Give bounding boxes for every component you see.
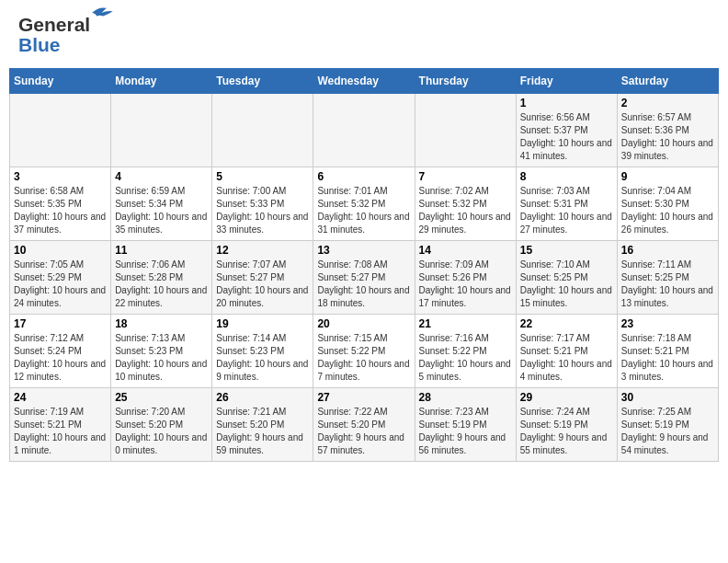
calendar-cell: 25Sunrise: 7:20 AM Sunset: 5:20 PM Dayli…	[111, 388, 212, 462]
calendar-cell	[212, 94, 313, 167]
calendar-cell: 27Sunrise: 7:22 AM Sunset: 5:20 PM Dayli…	[313, 388, 415, 462]
calendar-cell: 1Sunrise: 6:56 AM Sunset: 5:37 PM Daylig…	[516, 94, 617, 167]
logo-general-text: General	[18, 14, 90, 36]
day-info: Sunrise: 7:25 AM Sunset: 5:19 PM Dayligh…	[621, 406, 714, 457]
day-number: 2	[621, 97, 714, 109]
day-info: Sunrise: 7:01 AM Sunset: 5:32 PM Dayligh…	[317, 185, 410, 236]
calendar-cell: 22Sunrise: 7:17 AM Sunset: 5:21 PM Dayli…	[516, 315, 617, 388]
calendar-cell: 29Sunrise: 7:24 AM Sunset: 5:19 PM Dayli…	[516, 388, 617, 462]
day-number: 5	[216, 170, 309, 183]
calendar-cell: 10Sunrise: 7:05 AM Sunset: 5:29 PM Dayli…	[10, 241, 111, 315]
day-info: Sunrise: 6:58 AM Sunset: 5:35 PM Dayligh…	[14, 185, 107, 236]
day-number: 22	[520, 317, 613, 330]
day-number: 24	[14, 391, 107, 404]
day-number: 8	[520, 170, 613, 183]
day-number: 12	[216, 244, 309, 257]
day-info: Sunrise: 7:06 AM Sunset: 5:28 PM Dayligh…	[115, 259, 208, 310]
calendar-cell	[10, 94, 111, 167]
calendar-cell: 11Sunrise: 7:06 AM Sunset: 5:28 PM Dayli…	[111, 241, 212, 315]
day-info: Sunrise: 7:18 AM Sunset: 5:21 PM Dayligh…	[621, 332, 714, 384]
calendar-cell: 20Sunrise: 7:15 AM Sunset: 5:22 PM Dayli…	[313, 315, 415, 388]
day-info: Sunrise: 7:11 AM Sunset: 5:25 PM Dayligh…	[621, 259, 714, 310]
day-header-monday: Monday	[111, 69, 212, 94]
calendar-week-4: 17Sunrise: 7:12 AM Sunset: 5:24 PM Dayli…	[10, 315, 719, 388]
calendar-cell: 6Sunrise: 7:01 AM Sunset: 5:32 PM Daylig…	[313, 167, 415, 241]
day-info: Sunrise: 7:00 AM Sunset: 5:33 PM Dayligh…	[216, 185, 309, 236]
day-info: Sunrise: 7:08 AM Sunset: 5:27 PM Dayligh…	[317, 259, 410, 310]
day-info: Sunrise: 7:19 AM Sunset: 5:21 PM Dayligh…	[14, 406, 107, 457]
day-info: Sunrise: 7:02 AM Sunset: 5:32 PM Dayligh…	[419, 185, 512, 236]
day-info: Sunrise: 7:13 AM Sunset: 5:23 PM Dayligh…	[115, 332, 208, 384]
calendar-week-1: 1Sunrise: 6:56 AM Sunset: 5:37 PM Daylig…	[10, 94, 719, 167]
calendar-cell: 9Sunrise: 7:04 AM Sunset: 5:30 PM Daylig…	[617, 167, 718, 241]
calendar-cell	[111, 94, 212, 167]
calendar-week-5: 24Sunrise: 7:19 AM Sunset: 5:21 PM Dayli…	[10, 388, 719, 462]
calendar-cell: 19Sunrise: 7:14 AM Sunset: 5:23 PM Dayli…	[212, 315, 313, 388]
day-number: 19	[216, 317, 309, 330]
day-info: Sunrise: 7:14 AM Sunset: 5:23 PM Dayligh…	[216, 332, 309, 384]
calendar-cell: 16Sunrise: 7:11 AM Sunset: 5:25 PM Dayli…	[617, 241, 718, 315]
day-header-saturday: Saturday	[617, 69, 718, 94]
day-number: 14	[419, 244, 512, 257]
day-info: Sunrise: 7:04 AM Sunset: 5:30 PM Dayligh…	[621, 185, 714, 236]
day-number: 28	[419, 391, 512, 404]
day-info: Sunrise: 7:23 AM Sunset: 5:19 PM Dayligh…	[419, 406, 512, 457]
calendar-cell: 7Sunrise: 7:02 AM Sunset: 5:32 PM Daylig…	[415, 167, 516, 241]
day-number: 17	[14, 317, 107, 330]
calendar-cell: 18Sunrise: 7:13 AM Sunset: 5:23 PM Dayli…	[111, 315, 212, 388]
day-info: Sunrise: 6:57 AM Sunset: 5:36 PM Dayligh…	[621, 111, 714, 163]
calendar-table: SundayMondayTuesdayWednesdayThursdayFrid…	[9, 68, 719, 462]
day-number: 9	[621, 170, 714, 183]
day-info: Sunrise: 7:07 AM Sunset: 5:27 PM Dayligh…	[216, 259, 309, 310]
day-info: Sunrise: 6:59 AM Sunset: 5:34 PM Dayligh…	[115, 185, 208, 236]
logo-blue-text: Blue	[18, 34, 61, 56]
calendar-cell: 28Sunrise: 7:23 AM Sunset: 5:19 PM Dayli…	[415, 388, 516, 462]
day-number: 26	[216, 391, 309, 404]
day-number: 25	[115, 391, 208, 404]
day-info: Sunrise: 7:16 AM Sunset: 5:22 PM Dayligh…	[419, 332, 512, 384]
day-info: Sunrise: 7:20 AM Sunset: 5:20 PM Dayligh…	[115, 406, 208, 457]
day-number: 18	[115, 317, 208, 330]
calendar-cell	[313, 94, 415, 167]
day-number: 13	[317, 244, 410, 257]
day-number: 15	[520, 244, 613, 257]
day-number: 4	[115, 170, 208, 183]
day-info: Sunrise: 7:03 AM Sunset: 5:31 PM Dayligh…	[520, 185, 613, 236]
day-info: Sunrise: 7:09 AM Sunset: 5:26 PM Dayligh…	[419, 259, 512, 310]
day-number: 27	[317, 391, 410, 404]
calendar-cell: 3Sunrise: 6:58 AM Sunset: 5:35 PM Daylig…	[10, 167, 111, 241]
day-header-tuesday: Tuesday	[212, 69, 313, 94]
day-number: 3	[14, 170, 107, 183]
calendar-cell: 5Sunrise: 7:00 AM Sunset: 5:33 PM Daylig…	[212, 167, 313, 241]
calendar-cell: 21Sunrise: 7:16 AM Sunset: 5:22 PM Dayli…	[415, 315, 516, 388]
day-info: Sunrise: 7:12 AM Sunset: 5:24 PM Dayligh…	[14, 332, 107, 384]
calendar-cell: 15Sunrise: 7:10 AM Sunset: 5:25 PM Dayli…	[516, 241, 617, 315]
calendar-cell: 13Sunrise: 7:08 AM Sunset: 5:27 PM Dayli…	[313, 241, 415, 315]
day-number: 21	[419, 317, 512, 330]
day-number: 30	[621, 391, 714, 404]
day-info: Sunrise: 7:15 AM Sunset: 5:22 PM Dayligh…	[317, 332, 410, 384]
day-number: 23	[621, 317, 714, 330]
day-number: 6	[317, 170, 410, 183]
calendar-cell	[415, 94, 516, 167]
day-info: Sunrise: 7:21 AM Sunset: 5:20 PM Dayligh…	[216, 406, 309, 457]
day-info: Sunrise: 7:17 AM Sunset: 5:21 PM Dayligh…	[520, 332, 613, 384]
day-number: 11	[115, 244, 208, 257]
day-number: 29	[520, 391, 613, 404]
day-header-thursday: Thursday	[415, 69, 516, 94]
calendar-cell: 2Sunrise: 6:57 AM Sunset: 5:36 PM Daylig…	[617, 94, 718, 167]
calendar-cell: 17Sunrise: 7:12 AM Sunset: 5:24 PM Dayli…	[10, 315, 111, 388]
calendar-week-3: 10Sunrise: 7:05 AM Sunset: 5:29 PM Dayli…	[10, 241, 719, 315]
day-number: 10	[14, 244, 107, 257]
calendar-cell: 23Sunrise: 7:18 AM Sunset: 5:21 PM Dayli…	[617, 315, 718, 388]
calendar-header-row: SundayMondayTuesdayWednesdayThursdayFrid…	[10, 69, 719, 94]
day-header-friday: Friday	[516, 69, 617, 94]
day-number: 20	[317, 317, 410, 330]
day-info: Sunrise: 7:22 AM Sunset: 5:20 PM Dayligh…	[317, 406, 410, 457]
day-info: Sunrise: 7:05 AM Sunset: 5:29 PM Dayligh…	[14, 259, 107, 310]
logo-bird-icon	[92, 5, 118, 21]
calendar-cell: 24Sunrise: 7:19 AM Sunset: 5:21 PM Dayli…	[10, 388, 111, 462]
day-info: Sunrise: 7:24 AM Sunset: 5:19 PM Dayligh…	[520, 406, 613, 457]
day-header-sunday: Sunday	[10, 69, 111, 94]
calendar-cell: 26Sunrise: 7:21 AM Sunset: 5:20 PM Dayli…	[212, 388, 313, 462]
